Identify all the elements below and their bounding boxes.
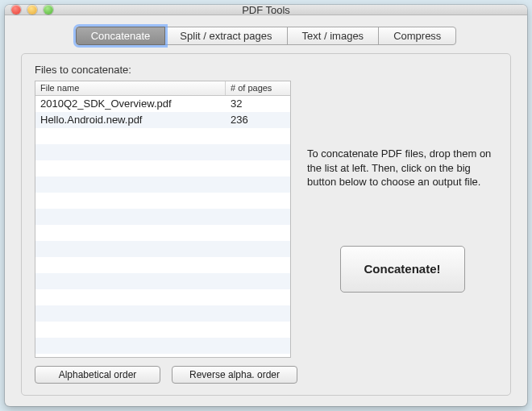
table-row [35,273,290,289]
cell-filename [35,273,226,289]
concatenate-button[interactable]: Concatenate! [340,246,465,293]
table-row [35,225,290,241]
table-row [35,209,290,225]
cell-pages: 236 [226,112,290,128]
table-row [35,257,290,273]
cell-filename [35,193,226,209]
cell-pages: 32 [226,96,290,112]
cell-filename [35,225,226,241]
col-filename[interactable]: File name [35,81,226,95]
cell-filename [35,322,226,338]
app-window: PDF Tools Concatenate Split / extract pa… [5,5,527,406]
tab-text-images[interactable]: Text / images [287,27,380,45]
cell-filename [35,128,226,144]
tabbar: Concatenate Split / extract pages Text /… [5,15,527,45]
cell-pages [226,144,290,160]
table-header: File name # of pages [35,81,290,96]
table-row [35,338,290,354]
window-title: PDF Tools [5,4,527,16]
cell-pages [226,225,290,241]
tab-compress[interactable]: Compress [378,27,456,45]
table-row[interactable]: Hello.Android.new.pdf236 [35,112,290,128]
table-row [35,144,290,160]
tab-concatenate[interactable]: Concatenate [76,27,166,45]
table-row [35,160,290,176]
cell-pages [226,305,290,322]
minimize-icon[interactable] [27,5,37,15]
cell-pages [226,209,290,225]
panel-label: Files to concatenate: [35,64,497,76]
traffic-lights [5,5,53,15]
cell-filename [35,289,226,305]
cell-filename [35,305,226,322]
concatenate-panel: Files to concatenate: File name # of pag… [21,53,511,396]
table-row [35,322,290,338]
table-row [35,128,290,144]
zoom-icon[interactable] [44,5,53,15]
cell-pages [226,128,290,144]
titlebar: PDF Tools [5,5,527,15]
cell-pages [226,193,290,209]
table-row [35,305,290,322]
tab-split-extract[interactable]: Split / extract pages [164,27,287,45]
close-icon[interactable] [11,5,21,15]
cell-filename: Hello.Android.new.pdf [35,112,226,128]
cell-filename [35,209,226,225]
table-row [35,241,290,257]
table-row[interactable]: 2010Q2_SDK_Overview.pdf32 [35,96,290,112]
cell-filename [35,144,226,160]
reverse-alpha-order-button[interactable]: Reverse alpha. order [172,366,297,384]
cell-pages [226,257,290,273]
cell-pages [226,160,290,176]
table-row [35,176,290,193]
col-pages[interactable]: # of pages [226,81,290,95]
cell-pages [226,241,290,257]
cell-pages [226,273,290,289]
cell-pages [226,176,290,193]
cell-filename [35,241,226,257]
cell-pages [226,289,290,305]
cell-filename: 2010Q2_SDK_Overview.pdf [35,96,226,112]
cell-pages [226,338,290,354]
cell-filename [35,176,226,193]
table-row [35,193,290,209]
cell-filename [35,160,226,176]
instructions-text: To concatenate PDF files, drop them on t… [307,147,497,189]
cell-filename [35,338,226,354]
alphabetical-order-button[interactable]: Alphabetical order [35,366,160,384]
table-row [35,289,290,305]
cell-pages [226,322,290,338]
cell-filename [35,257,226,273]
tabgroup: Concatenate Split / extract pages Text /… [76,27,457,45]
files-table[interactable]: File name # of pages 2010Q2_SDK_Overview… [35,81,291,358]
